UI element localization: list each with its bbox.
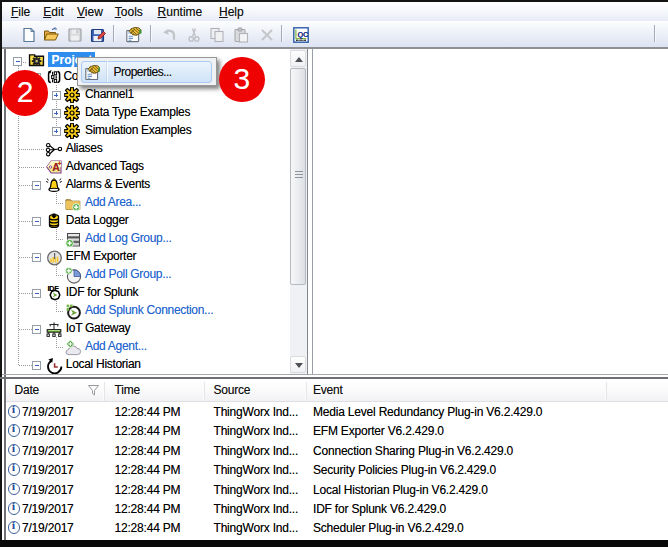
- svg-text:+: +: [58, 160, 62, 167]
- svg-text:QC: QC: [297, 30, 309, 39]
